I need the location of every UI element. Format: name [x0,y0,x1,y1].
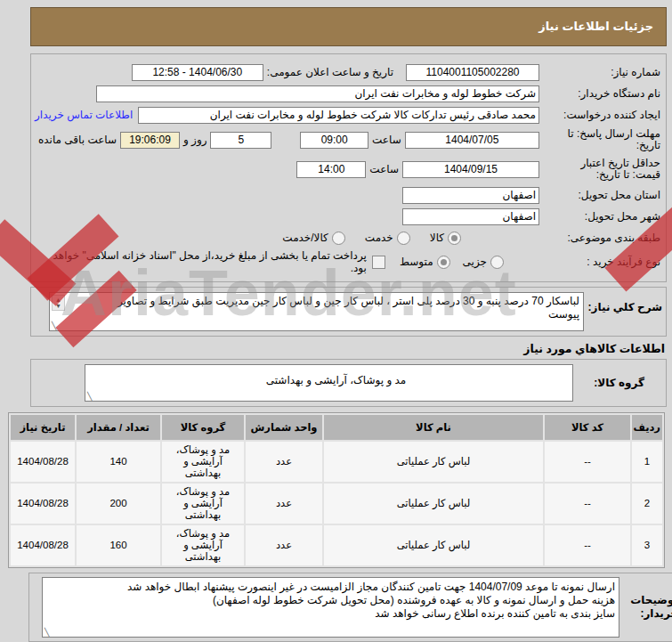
radio-class-both[interactable] [332,232,345,245]
row-classification: طبقه بندی موضوعی: کالا خدمت کالا/خدمت [35,228,660,248]
treasury-checkbox[interactable] [372,256,385,269]
announce-datetime-field[interactable]: 1404/06/30 - 12:58 [132,64,263,81]
buyer-org-label: نام دستگاه خریدار: [539,88,660,100]
buyer-notes-textarea[interactable]: ارسال نمونه تا موعد 1404/07/09 جهت تامین… [42,577,619,638]
goods-group-textarea[interactable]: مد و پوشاک، آرایشی و بهداشتی ╲ [85,364,573,402]
general-description-label: شرح کلي نیاز: [584,292,662,313]
table-cell: 2 [632,484,662,524]
validity-time-field[interactable]: 14:00 [296,161,366,178]
buyer-notes-text: ارسال نمونه تا موعد 1404/07/09 جهت تامین… [43,578,619,622]
table-cell: 1404/08/28 [11,525,75,565]
goods-info-header: اطلاعات کالاهاي مورد نیاز [32,342,665,355]
scrollbar-arrows-icon[interactable]: ▲▼ [52,295,65,311]
province-label: استان محل تحویل: [539,190,660,201]
radio-process-medium-label: متوسط [400,256,433,268]
general-description-textarea[interactable]: لباسکار 70 درصد پنبه و 30 درصد پلی استر … [49,292,584,331]
radio-process-medium[interactable] [437,256,450,269]
need-number-field[interactable]: 1104001105002280 [406,64,539,81]
table-cell: 1404/08/28 [11,442,75,482]
city-field[interactable]: اصفهان [402,208,539,225]
goods-group-label: گروه کالا: [579,377,644,389]
table-cell: -- [545,442,630,482]
buyer-notes-label: توضیحات خریدار: [619,594,672,621]
table-cell: 160 [77,525,160,565]
table-cell: لباس کار عملیاتی [324,484,543,524]
request-creator-label: ایجاد کننده درخواست: [539,110,660,121]
resize-handle-icon[interactable]: ╲ [87,393,93,402]
page-title: جزئیات اطلاعات نیاز [30,7,667,46]
resize-handle-icon[interactable]: ╲ [52,322,57,331]
table-cell: مد و پوشاک، آرایشی و بهداشتی [162,525,244,565]
general-description-section: شرح کلي نیاز: لباسکار 70 درصد پنبه و 30 … [30,287,667,337]
goods-table: ردیفکد کالانام کالاواحد شمارشگروه کالاتع… [8,412,665,568]
table-cell: 3 [632,525,662,565]
table-header-cell: ردیف [632,415,662,440]
buyer-org-field[interactable]: شرکت خطوط لوله و مخابرات نفت ایران [96,85,539,102]
table-header-cell: کد کالا [545,415,630,440]
page: جزئیات اطلاعات نیاز شماره نیاز: 11040011… [0,0,672,642]
remaining-time-field[interactable]: 19:06:09 [120,132,180,149]
remaining-time-label: ساعت باقی مانده [38,134,117,146]
row-price-validity: حداقل تاریخ اعتبار قیمت: تا تاریخ: 1404/… [35,155,660,183]
request-creator-field[interactable]: محمد صادقی رئیس تدارکات کالا شرکت خطوط ل… [138,107,539,124]
table-cell: -- [545,484,630,524]
table-cell: 1 [632,442,662,482]
row-buyer-org: نام دستگاه خریدار: شرکت خطوط لوله و مخاب… [35,84,660,103]
row-process-type: نوع فرآیند خرید : جزیی متوسط پرداخت تمام… [35,249,660,274]
table-row: 3--لباس کار عملیاتیعددمد و پوشاک، آرایشی… [11,525,662,565]
remaining-days-label: روز و [183,134,207,146]
radio-class-service-label: خدمت [365,232,393,244]
goods-group-section: گروه کالا: مد و پوشاک، آرایشی و بهداشتی … [30,359,667,407]
table-cell: مد و پوشاک، آرایشی و بهداشتی [162,484,244,524]
remaining-days-field[interactable]: 5 [210,132,271,149]
deadline-time-field[interactable]: 09:00 [300,132,368,149]
process-type-label: نوع فرآیند خرید : [539,256,660,268]
announce-datetime-label: تاریخ و ساعت اعلان عمومی: [267,66,393,78]
table-cell: 200 [77,484,160,524]
row-need-number: شماره نیاز: 1104001105002280 تاریخ و ساع… [35,62,660,82]
table-cell: 140 [77,442,160,482]
table-header-cell: تعداد / مقدار [77,415,160,440]
table-cell: مد و پوشاک، آرایشی و بهداشتی [162,442,244,482]
city-label: شهر محل تحویل: [539,211,660,223]
need-info-form: شماره نیاز: 1104001105002280 تاریخ و ساع… [30,53,667,282]
row-province: استان محل تحویل: اصفهان [35,185,660,205]
radio-class-service[interactable] [397,232,410,245]
buyer-contact-link[interactable]: اطلاعات تماس خریدار [35,109,133,121]
resize-handle-icon[interactable]: ╲ [45,629,50,638]
buyer-notes-section: توضیحات خریدار: ارسال نمونه تا موعد 1404… [28,573,672,642]
radio-process-minor-label: جزیی [463,256,487,268]
radio-class-goods[interactable] [448,232,461,245]
row-request-creator: ایجاد کننده درخواست: محمد صادقی رئیس تدا… [35,105,660,125]
radio-class-both-label: کالا/خدمت [282,232,328,244]
response-deadline-label: مهلت ارسال پاسخ: تا تاریخ: [539,128,660,151]
table-cell: عدد [246,442,322,482]
need-number-label: شماره نیاز: [539,67,660,78]
table-header-cell: نام کالا [324,415,543,440]
radio-class-goods-label: کالا [430,232,444,244]
price-validity-label: حداقل تاریخ اعتبار قیمت: تا تاریخ: [539,158,660,181]
table-row: 2--لباس کار عملیاتیعددمد و پوشاک، آرایشی… [11,484,662,524]
table-cell: -- [545,525,630,565]
deadline-hour-label: ساعت [372,134,401,146]
table-cell: عدد [246,484,322,524]
deadline-date-field[interactable]: 1404/07/05 [405,132,539,149]
row-city: شهر محل تحویل: اصفهان [35,207,660,226]
table-header-cell: گروه کالا [162,415,244,440]
validity-date-field[interactable]: 1404/09/15 [402,161,539,178]
classification-label: طبقه بندی موضوعی: [539,232,660,244]
general-description-text: لباسکار 70 درصد پنبه و 30 درصد پلی استر … [50,293,583,323]
table-cell: عدد [246,525,322,565]
table-cell: لباس کار عملیاتی [324,442,543,482]
table-header-cell: تاریخ نیاز [11,415,75,440]
table-cell: 1404/08/28 [11,484,75,524]
table-cell: لباس کار عملیاتی [324,525,543,565]
province-field[interactable]: اصفهان [402,187,539,204]
table-header-cell: واحد شمارش [246,415,322,440]
treasury-checkbox-label: پرداخت تمام یا بخشی از مبلغ خرید،از محل … [35,249,367,274]
table-row: 1--لباس کار عملیاتیعددمد و پوشاک، آرایشی… [11,442,662,482]
goods-group-text: مد و پوشاک، آرایشی و بهداشتی [85,365,572,389]
radio-process-minor[interactable] [490,256,504,269]
row-response-deadline: مهلت ارسال پاسخ: تا تاریخ: 1404/07/05 سا… [35,126,660,153]
validity-hour-label: ساعت [369,163,399,175]
